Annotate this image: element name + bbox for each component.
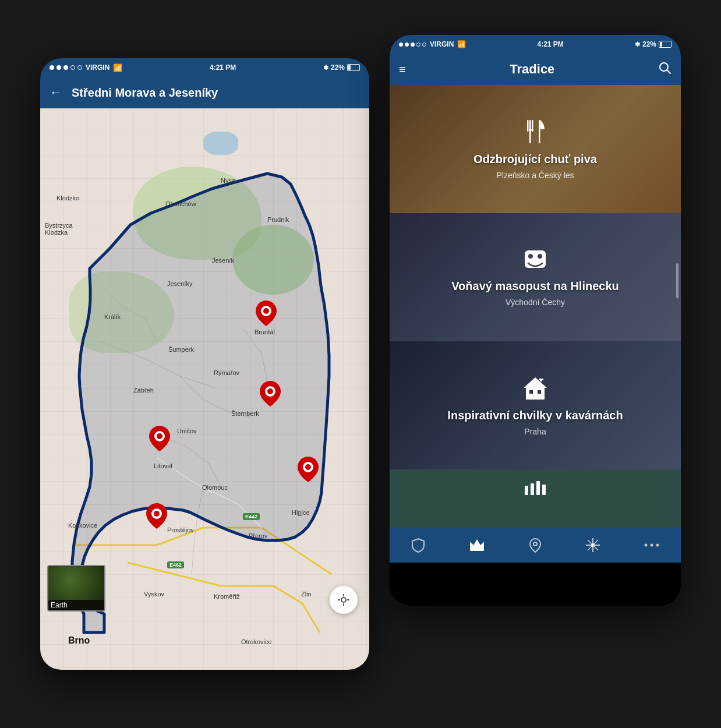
city-otrokovice: Otrokovice	[241, 638, 272, 645]
svg-point-5	[157, 433, 162, 439]
wifi-icon-tradice: 📶	[457, 40, 466, 48]
nav-crown[interactable]	[469, 538, 485, 552]
phone-tradice: VIRGIN 📶 4:21 PM ✱ 22% ≡ Tradice	[390, 35, 681, 606]
search-icon	[659, 62, 671, 75]
nav-more[interactable]	[644, 542, 659, 548]
svg-point-43	[591, 543, 595, 547]
chart-icon	[525, 481, 546, 495]
map-pin-4[interactable]	[298, 457, 319, 482]
svg-point-7	[305, 464, 311, 470]
svg-rect-36	[470, 549, 484, 551]
city-hlnnice: Hlnice	[292, 509, 310, 516]
map-area[interactable]: Klodzko BystrzycaKlodzka Otmuchów Nysa P…	[40, 108, 369, 670]
city-rymarov: Rýmařov	[214, 369, 239, 376]
city-kromeriz: Kroměříž	[214, 593, 240, 600]
city-vyskov: Vyskov	[144, 591, 164, 598]
map-nav-bar: ← Středni Morava a Jeseníky	[40, 77, 369, 108]
tradice-title: Tradice	[510, 62, 554, 77]
card-kavarna-subtitle: Praha	[524, 427, 546, 436]
time-label-map: 4:21 PM	[210, 63, 236, 72]
city-zlin: Zlin	[301, 591, 312, 598]
svg-line-16	[667, 70, 670, 73]
nav-star[interactable]	[585, 538, 600, 553]
battery-percent-map: 22%	[331, 63, 345, 72]
svg-point-44	[644, 544, 647, 547]
time-tradice: 4:21 PM	[537, 40, 563, 48]
map-pin-3[interactable]	[149, 426, 170, 451]
location-button[interactable]	[330, 586, 358, 614]
city-otmuchow: Otmuchów	[165, 200, 196, 207]
battery-tradice	[659, 41, 671, 48]
svg-rect-29	[538, 390, 541, 394]
menu-button[interactable]: ≡	[399, 63, 406, 76]
card-beer-title: Odzbrojující chuť piva	[473, 153, 597, 166]
svg-rect-34	[536, 481, 540, 495]
card-partial-overlay	[390, 469, 681, 528]
battery-icon-map	[347, 64, 360, 71]
card-masopust[interactable]: Voňavý masopust na Hlinecku Východní Čec…	[390, 213, 681, 341]
signal-dot-4	[70, 65, 75, 70]
svg-point-3	[267, 388, 273, 394]
map-pin-1[interactable]	[256, 301, 277, 326]
svg-point-38	[533, 542, 537, 546]
city-jesenik: Jeseník	[212, 257, 234, 264]
svg-marker-37	[470, 539, 484, 549]
wifi-icon: 📶	[113, 63, 122, 72]
nav-location[interactable]	[529, 538, 542, 553]
route-path	[72, 174, 329, 632]
svg-rect-35	[542, 485, 546, 495]
more-nav-icon	[644, 542, 659, 548]
svg-rect-32	[525, 486, 528, 495]
scroll-indicator	[676, 263, 678, 298]
map-pin-5[interactable]	[146, 503, 167, 529]
city-kralik: Králík	[104, 313, 121, 320]
search-button[interactable]	[659, 62, 671, 77]
card-beer[interactable]: Odzbrojující chuť piva Plzeňsko a Český …	[390, 85, 681, 213]
phones-container: VIRGIN 📶 4:21 PM ✱ 22% ← Středni Morava …	[40, 29, 681, 699]
svg-point-46	[656, 544, 659, 547]
bottom-nav	[390, 528, 681, 563]
city-sternberk: Šternberk	[231, 410, 259, 417]
battery-percent-tradice: 22%	[642, 40, 656, 48]
map-nav-title: Středni Morava a Jeseníky	[72, 86, 218, 100]
location-icon	[337, 593, 351, 607]
card-kavarna[interactable]: Inspirativní chvilky v kavárnách Praha	[390, 341, 681, 469]
star-nav-icon	[585, 538, 600, 553]
shield-e442: E442	[243, 513, 260, 520]
city-bystrzyca: BystrzycaKlodzka	[45, 222, 73, 236]
svg-rect-17	[527, 120, 529, 132]
svg-rect-33	[531, 483, 534, 495]
card-beer-content: Odzbrojující chuť piva Plzeňsko a Český …	[390, 85, 681, 213]
carrier-tradice: VIRGIN	[430, 40, 454, 48]
status-bar-tradice: VIRGIN 📶 4:21 PM ✱ 22%	[390, 35, 681, 54]
svg-rect-31	[540, 380, 542, 381]
svg-marker-26	[524, 377, 547, 388]
earth-thumbnail[interactable]: Earth	[47, 565, 105, 612]
back-button[interactable]: ←	[50, 85, 62, 100]
svg-point-10	[341, 598, 346, 602]
city-olomouc: Olomouc	[202, 484, 228, 491]
svg-rect-28	[529, 390, 533, 394]
svg-point-9	[154, 511, 160, 517]
card-masopust-subtitle: Východní Čechy	[506, 298, 565, 307]
earth-label: Earth	[48, 600, 104, 610]
city-prostejov: Prostějov	[167, 526, 194, 533]
city-litovel: Litovel	[154, 462, 172, 469]
phone-map: VIRGIN 📶 4:21 PM ✱ 22% ← Středni Morava …	[40, 58, 369, 670]
city-brno: Brno	[68, 635, 90, 646]
svg-rect-23	[525, 250, 546, 268]
status-bar-map: VIRGIN 📶 4:21 PM ✱ 22%	[40, 58, 369, 77]
map-pin-2[interactable]	[260, 381, 281, 407]
location-nav-icon	[529, 538, 542, 553]
nav-shield[interactable]	[411, 538, 425, 553]
card-kavarna-content: Inspirativní chvilky v kavárnách Praha	[390, 341, 681, 469]
svg-point-1	[263, 308, 269, 314]
card-partial	[390, 469, 681, 528]
tradice-cards-list: Odzbrojující chuť piva Plzeňsko a Český …	[390, 85, 681, 528]
carrier-label: VIRGIN	[86, 63, 109, 72]
crown-nav-icon	[469, 538, 485, 552]
bluetooth-icon-tradice: ✱	[635, 41, 640, 48]
earth-image	[48, 566, 104, 600]
city-klodzko: Klodzko	[56, 195, 79, 202]
city-koskovice: Koskovice	[68, 522, 97, 529]
